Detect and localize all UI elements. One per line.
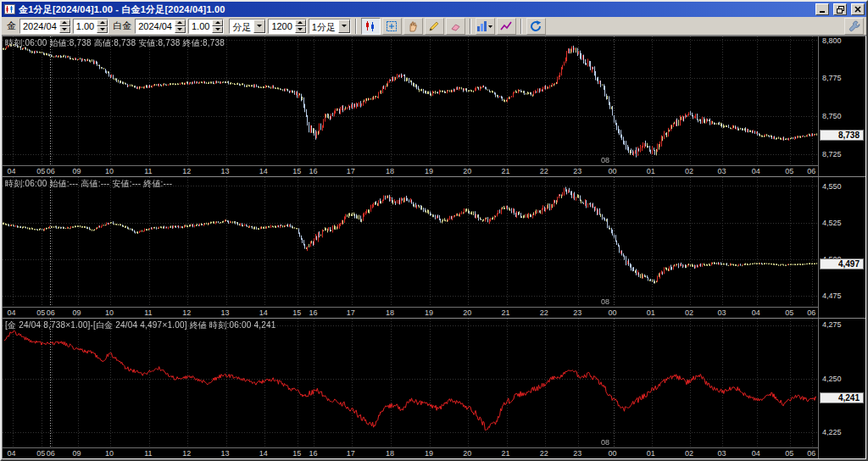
time-tick-label: 12 [182,167,191,175]
candlestick-chart-icon [364,19,377,33]
price-tick-label: 4,475 [822,292,842,300]
time-tick-label: 16 [309,449,317,458]
line-chart-button[interactable] [497,18,516,35]
gold-contract-value: 2024/04 [20,19,59,33]
spread-plot[interactable]: [金 24/04 8,738×1.00]-[白金 24/04 4,497×1.0… [3,319,818,447]
eraser-icon [448,19,462,33]
spin-down-icon[interactable] [175,26,186,33]
crosshair-button[interactable] [382,18,402,35]
titlebar[interactable]: 金1分足[2024/04]1.00 - 白金1分足[2024/04]1.00 [2,2,866,17]
time-tick-label: 05 [785,167,793,175]
gold-multiplier-field[interactable]: 1.00 [73,19,108,34]
time-tick-label: 14 [259,449,268,458]
close-button[interactable] [851,3,865,15]
spin-down-icon[interactable] [59,26,70,33]
platinum-multiplier-spinner[interactable] [212,19,223,33]
spin-up-icon[interactable] [295,19,306,26]
spread-price-axis: 4,241 4,2754,2504,225 [818,319,865,458]
bar-count-field[interactable]: 1200 [268,19,306,34]
time-tick-label: 16 [309,167,317,175]
pan-hand-button[interactable] [403,18,423,35]
time-tick-label: 10 [105,449,114,458]
spin-up-icon[interactable] [97,19,108,26]
toolbar-separator [355,19,357,34]
spin-down-icon[interactable] [295,26,306,33]
spin-down-icon[interactable] [212,26,223,33]
time-tick-label: 23 [573,167,581,175]
time-tick-label: 13 [221,449,230,458]
time-tick-label: 15 [292,449,301,458]
gold-candles-canvas[interactable] [3,36,818,165]
time-tick-label: 01 [647,167,655,175]
time-tick-label: 19 [425,308,433,317]
platinum-plot[interactable]: 時刻:06:00 始値:--- 高値:--- 安値:--- 終値:--- 08 [3,177,818,306]
dropdown-arrow-icon[interactable] [253,19,265,33]
time-tick-label: 19 [425,449,433,458]
spin-up-icon[interactable] [59,19,70,26]
time-tick-label: 09 [73,308,81,317]
dropdown-arrow-icon[interactable] [338,19,350,33]
gold-multiplier-spinner[interactable] [97,19,108,33]
spread-last-price: 4,241 [820,392,864,403]
price-tick-label: 8,725 [822,150,842,158]
platinum-candles-canvas[interactable] [3,177,818,306]
time-tick-label: 04 [752,449,760,458]
window-title: 金1分足[2024/04]1.00 - 白金1分足[2024/04]1.00 [19,3,811,16]
gold-plot[interactable]: 時刻:06:00 始値:8,738 高値:8,738 安値:8,738 終値:8… [3,36,818,165]
time-tick-label: 05 [36,167,45,175]
time-tick-label: 11 [144,449,152,458]
eraser-button[interactable] [446,18,465,35]
gold-time-axis: 0405060910111213141516171819202122230001… [3,165,818,176]
gold-contract-spinner[interactable] [59,19,70,33]
wrench-icon [848,19,861,33]
chart-type-select[interactable]: 分足 [229,19,266,34]
time-tick-label: 14 [259,167,268,175]
spread-info-line: [金 24/04 8,738×1.00]-[白金 24/04 4,497×1.0… [5,319,275,331]
gold-chart-panel: 時刻:06:00 始値:8,738 高値:8,738 安値:8,738 終値:8… [3,36,865,177]
time-tick-label: 14 [259,308,268,317]
time-tick-label: 09 [73,167,81,175]
crosshair-icon [385,19,398,33]
time-tick-label: 17 [347,167,355,175]
interval-value: 1分足 [309,19,338,33]
spin-down-icon[interactable] [97,26,108,33]
time-tick-label: 20 [463,167,471,175]
restore-button[interactable] [833,3,847,15]
gold-last-price: 8,738 [820,130,864,141]
time-tick-label: 10 [105,167,114,175]
platinum-contract-spinner[interactable] [175,19,186,33]
interval-select[interactable]: 1分足 [309,19,351,34]
pencil-button[interactable] [425,18,444,35]
time-tick-label: 22 [540,308,548,317]
time-tick-label: 13 [221,167,230,175]
refresh-button[interactable] [526,18,546,35]
time-tick-label: 04 [752,167,760,175]
gold-contract-field[interactable]: 2024/04 [19,19,71,34]
price-tick-label: 4,550 [822,182,842,191]
time-tick-label: 23 [573,308,581,317]
time-tick-label: 21 [502,449,510,458]
refresh-icon [529,19,542,33]
spread-time-axis: 0405060910111213141516171819202122230001… [3,447,818,458]
gold-price-axis: 8,738 8,8008,7758,7508,725 [818,36,865,176]
platinum-multiplier-value: 1.00 [189,19,212,33]
bar-count-spinner[interactable] [295,19,306,33]
time-tick-label: 20 [463,308,471,317]
bar-count-value: 1200 [269,19,294,33]
bar-chart-button[interactable] [476,18,495,35]
platinum-contract-field[interactable]: 2024/04 [135,19,186,34]
candlestick-chart-button[interactable] [361,18,381,35]
time-tick-label: 03 [717,308,726,317]
platinum-multiplier-field[interactable]: 1.00 [188,19,224,34]
spin-up-icon[interactable] [175,19,186,26]
settings-button[interactable] [844,18,864,35]
time-tick-label: 23 [573,449,581,458]
minimize-button[interactable] [815,3,829,15]
time-tick-label: 04 [752,308,760,317]
spread-line-canvas[interactable] [3,319,818,447]
hand-icon [406,19,420,33]
price-tick-label: 4,225 [822,428,842,436]
spin-up-icon[interactable] [212,19,223,26]
time-tick-label: 17 [347,308,355,317]
time-tick-label: 19 [425,167,433,175]
